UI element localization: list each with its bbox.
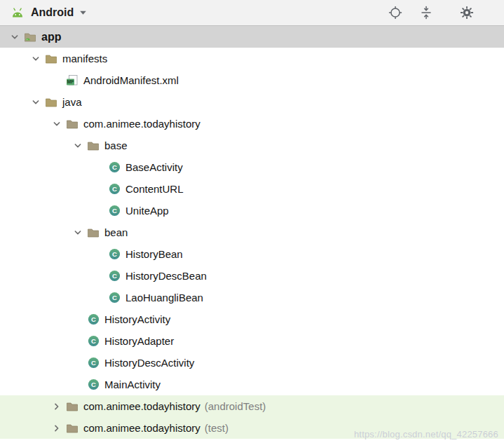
node-label: HistoryDescBean [125, 265, 207, 287]
chevron-spacer [69, 379, 87, 390]
tree-row[interactable]: CLaoHuangliBean [0, 287, 504, 308]
node-label: ContentURL [125, 178, 184, 200]
svg-text:C: C [112, 294, 117, 301]
chevron-right-icon[interactable] [48, 423, 66, 434]
node-label: HistoryBean [125, 243, 183, 265]
node-suffix: (test) [205, 422, 229, 434]
svg-text:C: C [112, 163, 117, 171]
tree-row[interactable]: CHistoryBean [0, 243, 504, 265]
tree-row[interactable]: CBaseActivity [0, 156, 504, 178]
chevron-right-icon[interactable] [48, 401, 66, 412]
node-label: manifests [62, 48, 107, 69]
tree-row[interactable]: CHistoryAdapter [0, 330, 504, 352]
svg-text:C: C [112, 185, 117, 193]
chevron-down-icon[interactable] [27, 53, 45, 64]
tree-row[interactable]: bean [0, 222, 504, 243]
svg-text:C: C [91, 337, 96, 345]
chevron-down-icon[interactable] [48, 118, 66, 130]
tree-row[interactable]: base [0, 135, 504, 156]
chevron-spacer [90, 205, 108, 217]
class-icon: C [87, 313, 100, 326]
tree-row[interactable]: MFAndroidManifest.xml [0, 69, 504, 91]
collapse-all-button[interactable] [417, 4, 435, 22]
class-icon: C [87, 335, 100, 348]
chevron-down-icon[interactable] [27, 97, 45, 108]
tree-row[interactable]: java [0, 91, 504, 113]
svg-text:MF: MF [67, 79, 74, 84]
chevron-down-icon[interactable] [6, 32, 24, 43]
chevron-down-icon[interactable] [69, 227, 87, 238]
package-icon [87, 226, 100, 239]
project-toolbar: Android [0, 0, 504, 26]
node-label: app [41, 26, 61, 48]
folder-icon [45, 96, 57, 109]
chevron-down-icon[interactable] [69, 140, 87, 151]
package-icon [66, 422, 79, 435]
node-label: HistoryAdapter [104, 330, 174, 352]
android-logo-icon [10, 7, 25, 19]
svg-text:C: C [91, 315, 96, 323]
chevron-spacer [90, 162, 108, 173]
view-selector-label: Android [31, 6, 74, 19]
project-tree: appmanifestsMFAndroidManifest.xmljavacom… [0, 26, 504, 439]
package-icon [87, 139, 100, 152]
tree-row[interactable]: CHistoryDescActivity [0, 352, 504, 374]
class-icon: C [108, 183, 121, 196]
tree-row[interactable]: com.animee.todayhistory(androidTest) [0, 395, 504, 417]
chevron-spacer [90, 292, 108, 304]
toolbar-actions [386, 4, 497, 22]
gear-icon [460, 6, 474, 20]
tree-row[interactable]: CMainActivity [0, 374, 504, 395]
tree-row[interactable]: com.animee.todayhistory(test) [0, 417, 504, 439]
svg-text:C: C [112, 272, 117, 280]
class-icon: C [108, 270, 121, 282]
locate-file-button[interactable] [386, 4, 404, 22]
chevron-down-icon [79, 10, 87, 15]
tree-row[interactable]: app [0, 26, 504, 48]
chevron-spacer [90, 184, 108, 195]
folder-app-icon [24, 31, 36, 43]
tree-row[interactable]: CHistoryActivity [0, 308, 504, 330]
node-label: HistoryDescActivity [104, 352, 194, 374]
manifest-file-icon: MF [66, 74, 79, 87]
node-label: BaseActivity [125, 156, 183, 178]
class-icon: C [108, 248, 121, 261]
node-label: MainActivity [104, 374, 161, 395]
chevron-spacer [69, 314, 87, 325]
node-label: base [104, 135, 128, 156]
chevron-spacer [90, 271, 108, 282]
android-studio-project-panel: Android [0, 0, 504, 443]
node-label: java [62, 91, 82, 113]
tree-row[interactable]: CContentURL [0, 178, 504, 200]
package-icon [66, 118, 79, 130]
node-label: com.animee.todayhistory [83, 417, 200, 439]
node-label: com.animee.todayhistory [83, 113, 200, 135]
chevron-spacer [69, 336, 87, 347]
class-icon: C [108, 292, 121, 304]
chevron-spacer [90, 249, 108, 260]
tree-row[interactable]: com.animee.todayhistory [0, 113, 504, 135]
svg-text:C: C [112, 207, 117, 214]
chevron-spacer [69, 357, 87, 369]
svg-text:C: C [112, 250, 117, 258]
tree-row[interactable]: manifests [0, 48, 504, 69]
class-icon: C [108, 161, 121, 174]
class-icon: C [108, 205, 121, 217]
node-label: bean [104, 222, 128, 243]
class-icon: C [87, 357, 100, 369]
node-suffix: (androidTest) [205, 400, 266, 412]
class-icon: C [87, 379, 100, 391]
collapse-all-icon [419, 6, 433, 20]
tree-row[interactable]: CUniteApp [0, 200, 504, 222]
package-icon [66, 400, 79, 413]
tree-row[interactable]: CHistoryDescBean [0, 265, 504, 287]
node-label: UniteApp [125, 200, 169, 222]
node-label: com.animee.todayhistory [83, 395, 200, 417]
settings-button[interactable] [458, 4, 476, 22]
node-label: HistoryActivity [104, 308, 170, 330]
node-label: AndroidManifest.xml [83, 69, 179, 91]
node-label: LaoHuangliBean [125, 287, 203, 308]
project-view-selector[interactable]: Android [7, 5, 90, 20]
chevron-spacer [48, 75, 66, 86]
target-icon [388, 6, 402, 20]
